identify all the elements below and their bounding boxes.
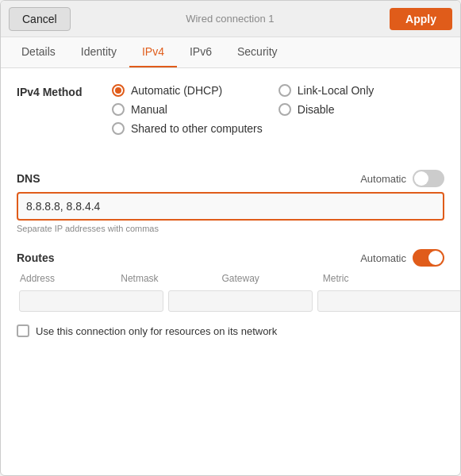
tab-details[interactable]: Details (9, 37, 68, 67)
radio-automatic-dhcp[interactable]: Automatic (DHCP) (112, 84, 263, 97)
routes-column-headers: Address Netmask Gateway Metric (17, 271, 444, 286)
col-actions (421, 271, 444, 286)
radio-automatic-dhcp-label: Automatic (DHCP) (131, 84, 222, 97)
dns-toggle-knob (414, 171, 428, 186)
routes-automatic-label: Automatic (360, 252, 406, 264)
table-row (17, 289, 444, 313)
network-settings-window: Cancel Wired connection 1 Apply Details … (0, 0, 461, 476)
radio-shared[interactable]: Shared to other computers (112, 122, 263, 135)
tab-content: IPv4 Method Automatic (DHCP) Link-Local … (1, 68, 460, 475)
routes-section: Routes Automatic Address Netmask Gateway… (17, 249, 444, 313)
route-address-input[interactable] (19, 290, 163, 312)
window-title: Wired connection 1 (186, 13, 274, 25)
tab-bar: Details Identity IPv4 IPv6 Security (1, 37, 460, 68)
col-gateway: Gateway (219, 271, 320, 286)
radio-manual-circle (112, 103, 125, 116)
resources-only-checkbox[interactable] (17, 324, 29, 337)
radio-link-local-label: Link-Local Only (298, 84, 375, 97)
dns-hint: Separate IP addresses with commas (17, 224, 444, 233)
tab-ipv4[interactable]: IPv4 (129, 37, 177, 67)
radio-disable-label: Disable (298, 103, 335, 116)
dns-header-row: DNS Automatic (17, 170, 444, 187)
routes-toggle-knob (428, 251, 443, 265)
dns-auto-toggle-group: Automatic (360, 170, 444, 187)
dns-section: DNS Automatic Separate IP addresses with… (17, 170, 444, 233)
radio-shared-label: Shared to other computers (131, 122, 263, 135)
ipv4-method-label: IPv4 Method (17, 84, 104, 98)
dns-automatic-label: Automatic (360, 173, 406, 185)
col-address: Address (17, 271, 117, 286)
routes-auto-toggle-group: Automatic (360, 249, 444, 267)
dns-automatic-toggle[interactable] (413, 170, 444, 187)
radio-shared-circle (112, 122, 125, 135)
apply-button[interactable]: Apply (390, 8, 452, 30)
radio-automatic-dhcp-circle (112, 84, 125, 97)
titlebar: Cancel Wired connection 1 Apply (1, 1, 460, 37)
resources-only-checkbox-row[interactable]: Use this connection only for resources o… (17, 324, 444, 337)
cancel-button[interactable]: Cancel (9, 7, 71, 31)
col-netmask: Netmask (117, 271, 218, 286)
dns-input[interactable] (17, 192, 444, 221)
resources-only-label: Use this connection only for resources o… (36, 325, 277, 337)
route-gateway-input[interactable] (317, 290, 460, 312)
routes-header-row: Routes Automatic (17, 249, 444, 267)
route-netmask-input[interactable] (168, 290, 313, 312)
routes-label: Routes (17, 251, 360, 264)
radio-manual[interactable]: Manual (112, 103, 263, 116)
dns-label: DNS (17, 172, 360, 185)
col-metric: Metric (320, 271, 421, 286)
radio-link-local-circle (279, 84, 291, 97)
tab-security[interactable]: Security (225, 37, 290, 67)
tab-ipv6[interactable]: IPv6 (177, 37, 225, 67)
radio-disable-circle (279, 103, 291, 116)
ipv4-method-options: Automatic (DHCP) Link-Local Only Manual … (104, 84, 429, 135)
ipv4-method-section: IPv4 Method Automatic (DHCP) Link-Local … (17, 84, 444, 154)
radio-manual-label: Manual (131, 103, 167, 116)
routes-automatic-toggle[interactable] (413, 249, 444, 267)
tab-identity[interactable]: Identity (68, 37, 129, 67)
radio-disable[interactable]: Disable (279, 103, 429, 116)
radio-link-local[interactable]: Link-Local Only (279, 84, 429, 97)
